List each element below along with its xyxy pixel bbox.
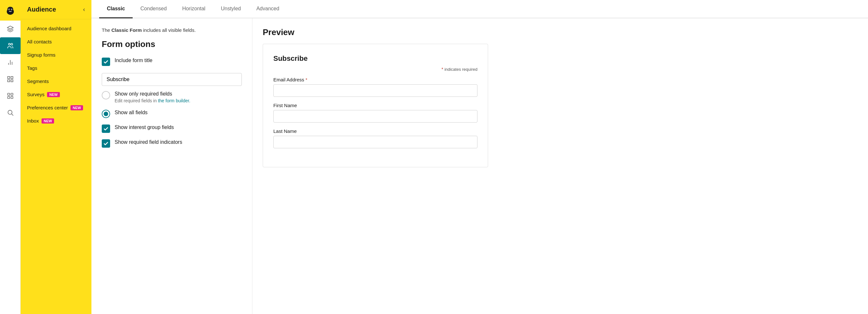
classic-form-bold: Classic Form [112,27,142,33]
required-star: * [441,67,443,72]
required-note-text: indicates required [444,67,477,72]
preview-title: Preview [263,27,858,37]
show-only-required-radio[interactable] [102,91,110,99]
sidebar-nav: Audience dashboard All contacts Signup f… [21,19,91,130]
tab-condensed[interactable]: Condensed [133,0,175,18]
sidebar-item-all-contacts[interactable]: All contacts [21,35,91,48]
show-all-fields-radio[interactable] [102,110,110,118]
svg-point-1 [7,7,13,11]
sidebar-item-audience-dashboard[interactable]: Audience dashboard [21,22,91,35]
show-only-required-row: Show only required fields Edit required … [102,91,242,103]
sidebar-item-inbox[interactable]: Inbox New [21,114,91,128]
include-form-title-label: Include form title [115,57,152,64]
field-label-firstname: First Name [273,103,477,108]
sidebar-item-label: Audience dashboard [27,26,71,31]
svg-rect-13 [11,93,12,95]
show-only-required-label-group: Show only required fields Edit required … [115,91,190,103]
tab-unstyled[interactable]: Unstyled [213,0,249,18]
description-text: The Classic Form includes all visible fi… [102,27,242,33]
field-group-lastname: Last Name [273,128,477,148]
nav-icon-campaigns[interactable] [0,21,21,37]
sidebar-item-tags[interactable]: Tags [21,62,91,75]
nav-icon-automation[interactable] [0,54,21,71]
show-all-fields-row: Show all fields [102,109,242,118]
form-title-input[interactable] [102,73,242,86]
preview-card: Subscribe * indicates required Email Add… [263,44,488,167]
preferences-new-badge: New [70,105,83,110]
left-panel: The Classic Form includes all visible fi… [91,18,252,314]
field-group-email: Email Address * [273,77,477,97]
sidebar-item-label: Signup forms [27,52,55,58]
show-required-indicators-checkbox[interactable] [102,139,110,148]
show-only-required-sublabel: Edit required fields in the form builder… [115,98,190,103]
svg-rect-14 [7,97,9,99]
preview-card-heading: Subscribe [273,55,477,63]
sidebar-item-surveys[interactable]: Surveys New [21,88,91,101]
svg-rect-9 [11,77,12,78]
sidebar: Audience ‹ Audience dashboard All contac… [21,0,91,314]
field-label-email: Email Address * [273,77,477,82]
tab-classic[interactable]: Classic [99,0,133,18]
show-only-required-label: Show only required fields [115,91,190,98]
show-interest-group-label: Show interest group fields [115,124,174,131]
nav-icon-reports[interactable] [0,88,21,104]
show-required-indicators-label: Show required field indicators [115,139,182,146]
field-label-lastname: Last Name [273,128,477,134]
sidebar-item-preferences-center[interactable]: Preferences center New [21,101,91,114]
show-all-fields-label-group: Show all fields [115,109,148,116]
svg-point-4 [9,9,9,10]
tab-horizontal[interactable]: Horizontal [175,0,213,18]
sidebar-item-label: Preferences center [27,105,68,110]
surveys-new-badge: New [47,92,60,97]
form-options-title: Form options [102,39,242,49]
inbox-new-badge: New [41,118,54,124]
sidebar-header: Audience ‹ [21,0,91,19]
sidebar-item-label: Inbox [27,118,39,124]
sidebar-title: Audience [27,6,56,13]
svg-rect-15 [11,97,12,99]
sidebar-item-label: Tags [27,65,37,71]
email-input-preview[interactable] [273,84,477,97]
email-required-star: * [306,77,307,82]
content-area: The Classic Form includes all visible fi… [91,18,868,314]
nav-icon-integrations[interactable] [0,71,21,88]
svg-point-6 [8,43,10,45]
svg-rect-10 [7,80,9,82]
include-form-title-label-group: Include form title [115,57,152,64]
sidebar-item-label: All contacts [27,39,52,44]
svg-point-16 [8,110,12,114]
sidebar-item-signup-forms[interactable]: Signup forms [21,48,91,62]
lastname-input-preview[interactable] [273,136,477,148]
show-required-indicators-row: Show required field indicators [102,139,242,148]
sidebar-item-label: Surveys [27,92,44,97]
svg-rect-11 [11,80,12,82]
logo [0,0,21,21]
nav-icon-audience[interactable] [0,37,21,54]
include-form-title-row: Include form title [102,57,242,66]
svg-rect-8 [7,77,9,78]
nav-icon-search[interactable] [0,104,21,121]
show-required-indicators-label-group: Show required field indicators [115,139,182,146]
icon-bar [0,0,21,314]
firstname-input-preview[interactable] [273,110,477,123]
main-content: Classic Condensed Horizontal Unstyled Ad… [91,0,868,314]
right-panel: Preview Subscribe * indicates required E… [252,18,868,314]
svg-rect-12 [7,93,9,95]
svg-point-7 [11,43,12,45]
field-group-firstname: First Name [273,103,477,123]
form-builder-link[interactable]: the form builder. [158,98,190,103]
sidebar-item-segments[interactable]: Segments [21,75,91,88]
show-interest-group-row: Show interest group fields [102,124,242,133]
tabs-bar: Classic Condensed Horizontal Unstyled Ad… [91,0,868,18]
svg-point-5 [11,9,12,10]
include-form-title-checkbox[interactable] [102,58,110,66]
radio-inner-dot [104,112,108,116]
show-interest-group-label-group: Show interest group fields [115,124,174,131]
show-all-fields-label: Show all fields [115,109,148,116]
show-interest-group-checkbox[interactable] [102,125,110,133]
tab-advanced[interactable]: Advanced [249,0,287,18]
sidebar-collapse-button[interactable]: ‹ [83,6,85,13]
sidebar-item-label: Segments [27,78,49,84]
svg-line-17 [11,114,13,115]
required-note: * indicates required [273,67,477,72]
